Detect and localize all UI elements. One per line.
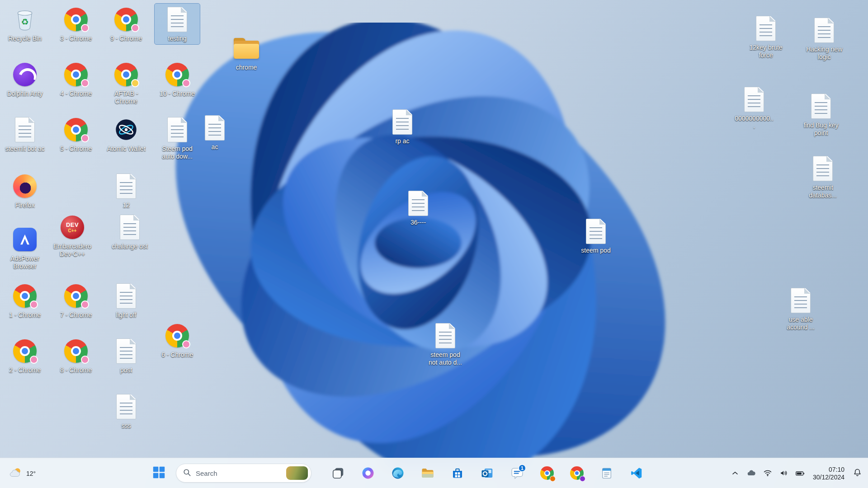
desktop-icon-chrome-5[interactable]: 5 - Chrome	[53, 114, 99, 155]
desktop-icon-label: rp ac	[395, 137, 409, 145]
desktop-icon-chrome-10[interactable]: 10 - Chrome	[155, 59, 200, 99]
microsoft-store-taskbar-button[interactable]	[447, 462, 468, 484]
taskbar: 12° Search 1 07:10 30/12/2024	[0, 458, 868, 488]
textfile-icon	[164, 116, 191, 143]
textfile-icon	[752, 15, 779, 42]
cloud-button[interactable]	[743, 463, 760, 483]
desktop-icon-label: use able acound ...	[781, 316, 821, 331]
desktop-icon-atomic-wallet[interactable]: Atomic Wallet	[104, 114, 149, 155]
volume-icon	[779, 469, 788, 478]
clock-date: 30/12/2024	[813, 474, 844, 480]
chevron-up-button[interactable]	[727, 463, 743, 483]
desktop-icon-chrome-8[interactable]: 8 - Chrome	[53, 335, 99, 376]
edge-taskbar-button[interactable]	[387, 462, 408, 484]
chrome-icon	[540, 466, 554, 480]
desktop-icon-label: steem pod not auto d...	[425, 351, 465, 366]
desktop-icon-rp-ac[interactable]: rp ac	[380, 106, 425, 147]
desktop-icon-label: 7 - Chrome	[60, 311, 92, 319]
chrome-icon	[62, 61, 90, 88]
textfile-icon	[116, 214, 143, 241]
desktop-icon-dolphin-anty[interactable]: Dolphin Anty	[2, 59, 47, 99]
desktop-icon-label: testing	[168, 35, 186, 42]
desktop-icon-embarcadero-dev-cpp[interactable]: DEVC++Embarcadero Dev-C++	[50, 211, 95, 259]
desktop-icon-chrome-9[interactable]: 9 - Chrome	[104, 4, 149, 44]
recycle-icon: ♻	[11, 6, 38, 33]
outlook-taskbar-button[interactable]	[477, 462, 498, 484]
desktop-icon-label: 2 - Chrome	[9, 366, 41, 374]
chrome-icon	[113, 6, 140, 33]
desktop-icon-chrome-folder[interactable]: chrome	[224, 33, 269, 73]
desktop-icon-aftab-chrome[interactable]: AFTAB - Chrome	[104, 59, 149, 107]
desktop-icon-find-bug-key-point[interactable]: find Bug key point	[798, 90, 844, 138]
textfile-icon	[113, 393, 140, 420]
start-button[interactable]	[148, 462, 170, 484]
desktop-icon-steemit-bot-ac[interactable]: steemit bot ac	[2, 114, 47, 155]
wifi-button[interactable]	[760, 463, 776, 483]
textfile-icon	[807, 93, 835, 120]
task-view-taskbar-button[interactable]	[328, 462, 349, 484]
weather-widget[interactable]: 12°	[4, 460, 41, 486]
chrome-icon	[164, 322, 191, 349]
chrome-profile-1-taskbar-button[interactable]	[537, 462, 557, 484]
search-box[interactable]: Search	[176, 464, 311, 483]
desktop-icon-steem-pod-not-auto[interactable]: steem pod not auto d...	[423, 320, 468, 368]
desktop-icon-steem-pod[interactable]: steem pod	[573, 216, 618, 256]
file-explorer-taskbar-button[interactable]	[417, 462, 438, 484]
desktop-icon-file-12[interactable]: 12	[104, 170, 149, 211]
desktop-icon-file-36[interactable]: 36----	[396, 188, 441, 228]
desktop-icon-chrome-7[interactable]: 7 - Chrome	[53, 280, 99, 321]
edge-icon	[391, 466, 405, 480]
notepad-taskbar-button[interactable]	[596, 462, 617, 484]
store-icon	[451, 466, 464, 480]
desktop-icon-label: chrome	[236, 64, 257, 71]
chevron-up-icon	[731, 469, 740, 478]
taskbar-pinned-apps: 1	[323, 462, 651, 484]
desktop-icon-label: ac	[212, 143, 218, 151]
desktop[interactable]: ♻Recycle BinDolphin Antysteemit bot acFi…	[0, 0, 868, 458]
desktop-icon-ac[interactable]: ac	[192, 112, 237, 153]
desktop-icon-label: post	[120, 366, 132, 374]
desktop-icon-firefox[interactable]: Firefox	[2, 170, 47, 211]
desktop-icon-use-able-acound[interactable]: use able acound ...	[778, 285, 823, 333]
desktop-icon-adspower-browser[interactable]: AdsPower Browser	[2, 224, 47, 272]
notification-bell-button[interactable]	[849, 463, 865, 483]
desktop-icon-label: Recycle Bin	[8, 35, 42, 42]
devcpp-icon: DEVC++	[59, 214, 86, 241]
desktop-icon-steemit-databas[interactable]: steemit databas...	[800, 153, 845, 201]
outlook-icon	[481, 466, 494, 480]
vscode-taskbar-button[interactable]	[626, 462, 647, 484]
desktop-icon-chrome-4[interactable]: 4 - Chrome	[53, 59, 99, 99]
clock[interactable]: 07:10 30/12/2024	[808, 465, 849, 482]
desktop-icon-label: steem pod	[581, 247, 610, 254]
volume-button[interactable]	[776, 463, 792, 483]
desktop-icon-chalange-ost[interactable]: chalange ost	[107, 211, 152, 252]
copilot-taskbar-button[interactable]	[358, 462, 378, 484]
desktop-icon-label: 36----	[410, 219, 426, 226]
chrome-icon	[11, 282, 38, 310]
desktop-icon-label: Embarcadero Dev-C++	[52, 243, 92, 258]
desktop-icon-chrome-2[interactable]: 2 - Chrome	[2, 335, 47, 376]
desktop-icon-light-off[interactable]: light off	[104, 280, 149, 321]
weather-icon	[9, 466, 23, 481]
desktop-icon-hacking-new-logic[interactable]: Hacking new logic	[802, 14, 847, 62]
desktop-icon-post[interactable]: post	[104, 335, 149, 376]
desktop-icon-label: 1 - Chrome	[9, 311, 41, 319]
desktop-icon-testing[interactable]: testing	[155, 4, 200, 44]
teams-chat-taskbar-button[interactable]: 1	[507, 462, 528, 484]
desktop-icon-chrome-3[interactable]: 3 - Chrome	[53, 4, 99, 44]
desktop-icon-sss[interactable]: sss	[104, 391, 149, 432]
desktop-icon-label: AdsPower Browser	[5, 255, 45, 270]
chrome-profile-2-taskbar-button[interactable]	[566, 462, 587, 484]
desktop-icon-label: Steem pod auto dow...	[157, 145, 197, 160]
desktop-icon-recycle-bin[interactable]: ♻Recycle Bin	[2, 4, 47, 44]
desktop-icon-chrome-6[interactable]: 6 - Chrome	[155, 320, 200, 361]
explorer-icon	[421, 466, 434, 480]
vscode-icon	[630, 466, 643, 480]
desktop-icon-12key-brute-force[interactable]: 12key brute force	[743, 13, 788, 61]
textfile-icon	[787, 287, 814, 314]
textfile-icon	[741, 86, 768, 113]
desktop-icon-chrome-1[interactable]: 1 - Chrome	[2, 280, 47, 321]
desktop-icon-zeros-file[interactable]: 0000000000...	[731, 84, 777, 131]
battery-button[interactable]	[792, 463, 808, 483]
search-highlight-thumbnail[interactable]	[286, 466, 308, 480]
